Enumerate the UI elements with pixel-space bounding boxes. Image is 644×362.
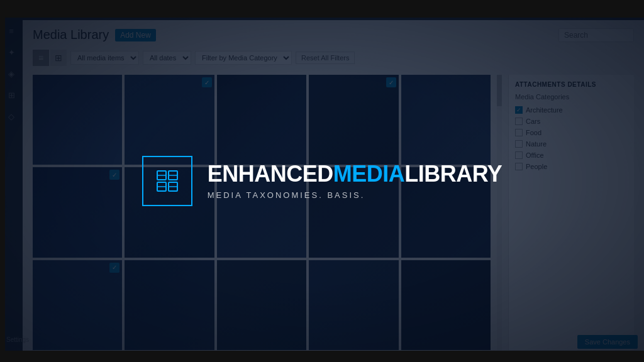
- brand-logo-box: [142, 156, 192, 206]
- brand-name-part3: LIBRARY: [404, 161, 502, 187]
- brand-name-part2: MEDIA: [333, 161, 405, 187]
- brand-name: ENHANCEDMEDIALIBRARY: [208, 163, 502, 185]
- brand-tagline: MEDIA TAXONOMIES. BASIS.: [208, 190, 502, 200]
- letterbox-top: [0, 0, 644, 18]
- letterbox-bottom: [0, 351, 644, 362]
- brand-logo-icon: [155, 168, 180, 194]
- brand-text-area: ENHANCEDMEDIALIBRARY MEDIA TAXONOMIES. B…: [208, 163, 502, 200]
- brand-overlay: ENHANCEDMEDIALIBRARY MEDIA TAXONOMIES. B…: [0, 0, 644, 362]
- letterbox-left: [0, 0, 5, 362]
- brand-container: ENHANCEDMEDIALIBRARY MEDIA TAXONOMIES. B…: [142, 156, 502, 206]
- brand-name-part1: ENHANCED: [208, 161, 333, 187]
